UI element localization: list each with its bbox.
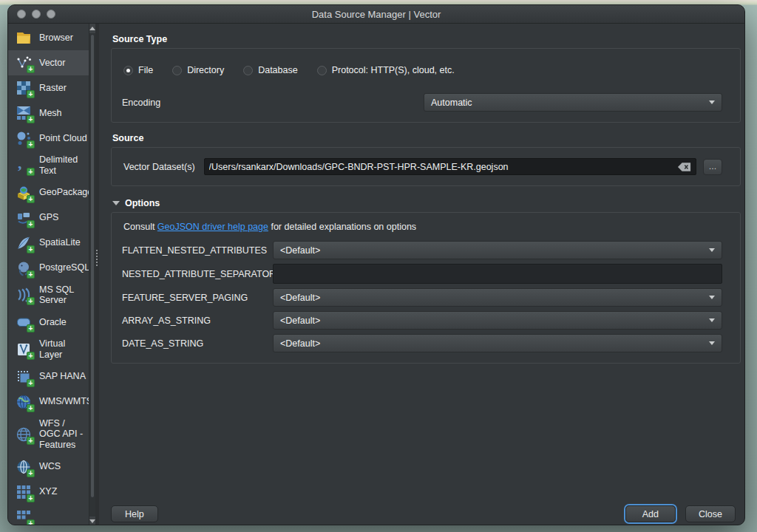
sidebar-item-label: SAP HANA (39, 371, 86, 382)
sidebar-item-browser[interactable]: Browser (8, 25, 89, 50)
scrollbar-thumb[interactable] (91, 35, 94, 497)
arrow-down-icon (89, 519, 95, 523)
minimize-window-button[interactable] (32, 10, 41, 18)
vector-datasets-label: Vector Dataset(s) (123, 162, 195, 172)
add-plus-badge-icon: + (27, 494, 35, 502)
sidebar-item-label: WMS/WMTS (39, 396, 89, 407)
consult-suffix: for detailed explanations on options (268, 222, 416, 232)
add-plus-badge-icon: + (27, 324, 35, 332)
sidebar-item-ms-sql-server[interactable]: +MS SQL Server (8, 281, 89, 310)
provider-sidebar: Browser+Vector+Raster+Mesh+Point Cloud,+… (8, 24, 95, 525)
vector-dataset-input[interactable]: /Users/rsankarx/Downloads/GPC-BNDR-PST-H… (204, 158, 696, 175)
vector-dataset-value: /Users/rsankarx/Downloads/GPC-BNDR-PST-H… (209, 162, 671, 172)
dropdown-value: <Default> (280, 338, 703, 349)
sidebar-item-label: Virtual Layer (39, 338, 87, 361)
consult-text: Consult GeoJSON driver help page for det… (123, 222, 730, 232)
add-plus-badge-icon: + (27, 195, 35, 203)
encoding-dropdown[interactable]: Automatic (424, 93, 722, 112)
option-row-flatten_nested_attributes: FLATTEN_NESTED_ATTRIBUTES<Default> (122, 241, 730, 259)
add-plus-badge-icon: + (27, 437, 35, 445)
add-plus-badge-icon: + (27, 115, 35, 123)
radio-circle-icon[interactable] (172, 66, 182, 75)
vector-tile-icon: + (15, 508, 33, 525)
zoom-window-button[interactable] (47, 10, 55, 18)
radio-circle-icon[interactable] (317, 66, 327, 75)
add-plus-badge-icon: + (27, 469, 35, 477)
browse-button[interactable]: … (703, 159, 722, 175)
sidebar-item-postgresql[interactable]: +PostgreSQL (8, 256, 89, 281)
close-button[interactable]: Close (685, 505, 736, 522)
array_as_string-dropdown[interactable]: <Default> (273, 311, 722, 330)
option-label: ARRAY_AS_STRING (122, 316, 273, 326)
sidebar-item-virtual-layer[interactable]: +Virtual Layer (8, 335, 89, 364)
sidebar-item-wfs-ogc-api-features[interactable]: +WFS / OGC API - Features (8, 415, 89, 454)
point-cloud-icon: + (15, 129, 33, 147)
sidebar-item-sap-hana[interactable]: +SAP HANA (8, 364, 89, 389)
sidebar-item-mesh[interactable]: +Mesh (8, 100, 89, 126)
vector-panel: Source Type FileDirectoryDatabaseProtoco… (99, 24, 744, 525)
window-title: Data Source Manager | Vector (8, 9, 744, 20)
sidebar-item-wcs[interactable]: +WCS (8, 454, 89, 480)
date_as_string-dropdown[interactable]: <Default> (273, 334, 722, 352)
sidebar-item-label: Raster (39, 83, 67, 94)
dropdown-value: <Default> (280, 293, 703, 303)
source-heading: Source (112, 133, 743, 143)
scroll-down-button[interactable] (89, 516, 95, 525)
encoding-label: Encoding (122, 98, 160, 108)
sidebar-item-oracle[interactable]: +Oracle (8, 310, 89, 335)
sidebar-item-vector[interactable]: +Vector (8, 50, 89, 75)
sidebar-item-label: Mesh (39, 108, 62, 119)
xyz-icon: + (15, 483, 33, 501)
add-plus-badge-icon: + (27, 270, 35, 279)
sidebar-item-spatialite[interactable]: +SpatiaLite (8, 231, 89, 256)
collapse-triangle-icon[interactable] (112, 201, 120, 205)
geojson-driver-help-link[interactable]: GeoJSON driver help page (157, 222, 268, 232)
option-row-date_as_string: DATE_AS_STRING<Default> (122, 334, 730, 352)
add-plus-badge-icon: + (27, 90, 35, 98)
sidebar-item-xyz[interactable]: +XYZ (8, 480, 89, 505)
sidebar-item-delimited-text[interactable]: ,+Delimited Text (8, 151, 89, 180)
sidebar-item-geopackage[interactable]: +GeoPackage (8, 180, 89, 205)
option-row-array_as_string: ARRAY_AS_STRING<Default> (122, 311, 730, 330)
feature_server_paging-dropdown[interactable]: <Default> (273, 288, 722, 307)
clear-text-icon[interactable] (677, 162, 691, 172)
add-plus-badge-icon: + (27, 352, 35, 360)
spatialite-icon: + (15, 234, 33, 252)
nested_attribute_separator-input[interactable] (273, 264, 722, 284)
help-button[interactable]: Help (111, 505, 158, 522)
dialog-titlebar[interactable]: Data Source Manager | Vector (8, 5, 744, 24)
add-plus-badge-icon: + (27, 379, 35, 387)
encoding-value: Automatic (431, 98, 703, 108)
radio-file[interactable]: File (123, 65, 153, 75)
scroll-up-button[interactable] (89, 24, 95, 33)
chevron-down-icon (709, 341, 715, 345)
radio-protocol-http-s-cloud-etc[interactable]: Protocol: HTTP(S), cloud, etc. (317, 65, 455, 75)
gps-icon: + (15, 209, 33, 227)
radio-circle-icon[interactable] (123, 66, 133, 75)
add-button[interactable]: Add (625, 505, 676, 522)
option-label: DATE_AS_STRING (122, 338, 273, 349)
sidebar-item-label: Point Cloud (39, 133, 87, 144)
sidebar-scrollbar[interactable] (89, 24, 95, 525)
window-controls (17, 5, 55, 23)
flatten_nested_attributes-dropdown[interactable]: <Default> (273, 241, 722, 259)
radio-directory[interactable]: Directory (172, 65, 224, 75)
sidebar-item-point-cloud[interactable]: +Point Cloud (8, 126, 89, 151)
sidebar-item-label: WCS (39, 461, 61, 472)
add-plus-badge-icon: + (27, 140, 35, 149)
source-group: Vector Dataset(s) /Users/rsankarx/Downlo… (111, 147, 741, 186)
radio-database[interactable]: Database (243, 65, 298, 75)
sidebar-item-partial[interactable]: + (8, 505, 89, 525)
add-plus-badge-icon: + (27, 168, 35, 176)
close-window-button[interactable] (17, 10, 26, 18)
vector-icon: + (15, 54, 33, 72)
sidebar-item-raster[interactable]: +Raster (8, 75, 89, 100)
radio-label: File (138, 65, 153, 75)
add-plus-badge-icon: + (27, 220, 35, 228)
options-heading[interactable]: Options (125, 198, 160, 208)
sidebar-item-gps[interactable]: +GPS (8, 205, 89, 231)
sidebar-item-wms-wmts[interactable]: +WMS/WMTS (8, 389, 89, 415)
splitter-grip-icon (96, 250, 98, 251)
raster-icon: + (15, 79, 33, 97)
radio-circle-icon[interactable] (243, 66, 253, 75)
